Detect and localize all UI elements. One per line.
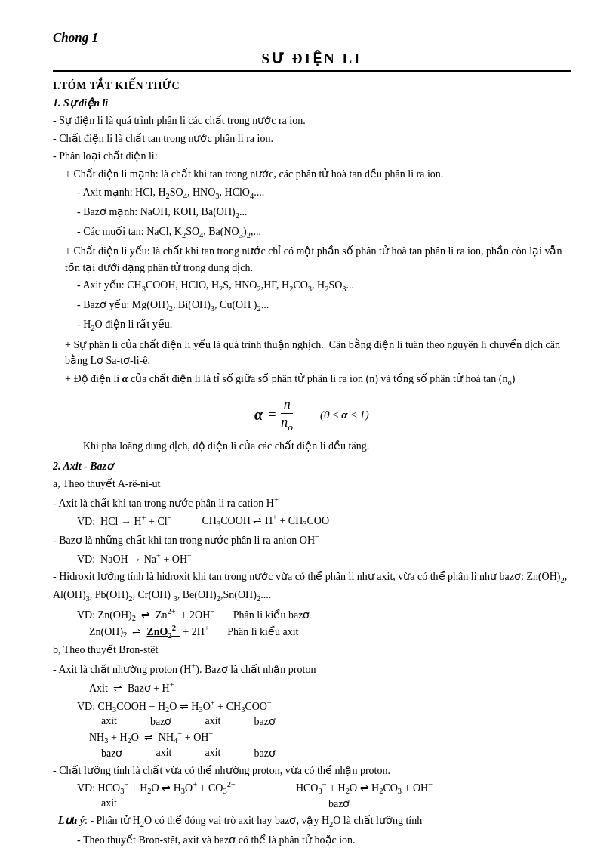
line-dienli-def: - Sự điện li là quá trình phân li các ch…: [53, 113, 571, 129]
labels-row1: axit bazơ axit bazơ: [53, 715, 571, 728]
line-bazo-manh: - Bazơ mạnh: NaOH, KOH, Ba(OH)2...: [53, 204, 571, 222]
labels-row2: bazơ axit axit bazơ: [53, 747, 571, 760]
vd-naoh: VD: NaOH → Na+ + OH−: [53, 550, 571, 567]
line-manh-intro: + Chất điện li mạnh: là chất khi tan tro…: [53, 166, 571, 183]
vd-hcl: VD: HCl → H+ + Cl−: [77, 513, 172, 528]
vd-znoh-axit: Zn(OH)2 ⇌ ZnO22− + 2H+ Phân li kiểu axit: [53, 624, 571, 639]
line-bazo-areniut: - Bazơ là những chất khi tan trong nước …: [53, 531, 571, 548]
luuy1: Lưu ý: - Phân tử H2O có thể đóng vai trò…: [53, 813, 571, 831]
line-axit-bron: - Axit là chất nhường proton (H+). Bazơ …: [53, 660, 571, 677]
vd-hcl-row: VD: HCl → H+ + Cl− CH3COOH ⇌ H+ + CH3COO…: [53, 513, 571, 528]
line-axit-manh: - Axit mạnh: HCl, H2SO4, HNO3, HClO4....: [53, 184, 571, 202]
line-dodienli-label: + Độ điện li α của chất điện li là tỉ số…: [53, 371, 571, 389]
vd-ch3cooh-h2o: VD: CH3COOH + H2O ⇌ H3O+ + CH3COO−: [53, 698, 571, 714]
line-yeu-intro: + Chất điện li yếu: là chất khi tan tron…: [53, 243, 571, 276]
line-axit-eq: Axit ⇌ Bazơ + H+: [53, 679, 571, 696]
vd-nh3: NH3 + H2O ⇌ NH4+ + OH−: [53, 729, 571, 745]
line-muoi-tan: - Các muối tan: NaCl, K2SO4, Ba(NO3)2,..…: [53, 224, 571, 242]
line-phanloai: - Phân loại chất điện li:: [53, 148, 571, 165]
line-chatdienli-def: - Chất điện li là chất tan trong nước ph…: [53, 131, 571, 147]
line-luongttinh-bron: - Chất lưỡng tính là chất vừa có thể như…: [53, 763, 571, 779]
vd-ch3cooh: CH3COOH ⇌ H+ + CH3COO−: [202, 513, 334, 528]
vd-hco3-row: VD: HCO3− + H2O ⇌ H3O+ + CO32− HCO3− + H…: [53, 780, 571, 795]
line-h2o-yeu: - H2O điện li rất yếu.: [53, 316, 571, 335]
line-thuannghich: + Sự phân li của chất điện li yếu là quá…: [53, 337, 571, 369]
line-axit-yeu: - Axit yếu: CH3COOH, HClO, H2S, HNO2,HF,…: [53, 277, 571, 295]
sub1-label: 1. Sự điện li: [53, 97, 571, 109]
vd-znoh-bazo: VD: Zn(OH)2 ⇌ Zn2+ + 2OH− Phân li kiểu b…: [53, 607, 571, 622]
chapter-label: Chong 1: [53, 30, 571, 45]
labels-lt: axit bazơ: [53, 797, 571, 810]
b-label: b, Theo thuyết Bron-stêt: [53, 642, 571, 658]
line-hidroxit-luongttinh: - Hidroxit lưỡng tính là hidroxit khi ta…: [53, 569, 571, 605]
sub2-label: 2. Axit - Bazơ: [53, 460, 571, 473]
line-bazo-yeu: - Bazơ yếu: Mg(OH)2, Bi(OH)3, Cu(OH )2..…: [53, 297, 571, 315]
section1-title: I.TÓM TẮT KIẾN THỨC: [53, 79, 571, 92]
a-label: a, Theo thuyết A-rê-ni-ut: [53, 476, 571, 492]
main-title: SƯ ĐIỆN LI: [53, 50, 571, 72]
formula-alpha: α = n no (0 ≤ α ≤ 1): [53, 396, 571, 433]
line-axit-areniut: - Axit là chất khi tan trong nước phân l…: [53, 494, 571, 511]
luuy2: - Theo thuyết Bron-stêt, axit và bazơ có…: [53, 832, 571, 848]
chapter-header: Chong 1: [53, 30, 571, 45]
line-phaloan: Khi pha loãng dung dịch, độ điện li của …: [53, 438, 571, 455]
